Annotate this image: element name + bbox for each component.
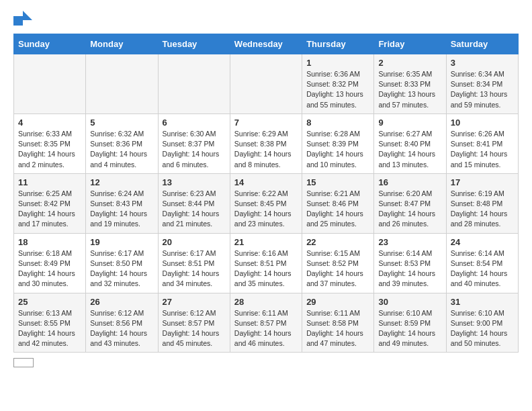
header-row: SundayMondayTuesdayWednesdayThursdayFrid…	[14, 34, 519, 54]
day-cell	[86, 54, 158, 114]
day-info: Sunrise: 6:18 AM Sunset: 8:49 PM Dayligh…	[18, 248, 81, 289]
day-cell: 30Sunrise: 6:10 AM Sunset: 8:59 PM Dayli…	[374, 293, 446, 353]
day-info: Sunrise: 6:15 AM Sunset: 8:52 PM Dayligh…	[306, 248, 369, 289]
day-number: 2	[378, 58, 441, 68]
day-number: 24	[451, 237, 514, 247]
day-cell: 5Sunrise: 6:32 AM Sunset: 8:36 PM Daylig…	[86, 113, 158, 173]
day-info: Sunrise: 6:20 AM Sunset: 8:47 PM Dayligh…	[378, 189, 441, 230]
day-info: Sunrise: 6:25 AM Sunset: 8:42 PM Dayligh…	[18, 189, 81, 230]
day-cell	[158, 54, 230, 114]
col-header-tuesday: Tuesday	[158, 34, 230, 54]
day-info: Sunrise: 6:10 AM Sunset: 8:59 PM Dayligh…	[378, 308, 441, 349]
day-number: 14	[234, 177, 298, 187]
day-cell: 1Sunrise: 6:36 AM Sunset: 8:32 PM Daylig…	[302, 54, 374, 114]
day-cell: 2Sunrise: 6:35 AM Sunset: 8:33 PM Daylig…	[374, 54, 446, 114]
footer	[13, 358, 519, 367]
week-row-5: 25Sunrise: 6:13 AM Sunset: 8:55 PM Dayli…	[14, 293, 519, 353]
day-info: Sunrise: 6:11 AM Sunset: 8:57 PM Dayligh…	[234, 308, 298, 349]
day-cell: 20Sunrise: 6:17 AM Sunset: 8:51 PM Dayli…	[158, 233, 230, 293]
day-number: 15	[306, 177, 369, 187]
day-info: Sunrise: 6:14 AM Sunset: 8:54 PM Dayligh…	[451, 248, 514, 289]
day-cell: 28Sunrise: 6:11 AM Sunset: 8:57 PM Dayli…	[230, 293, 302, 353]
day-number: 11	[18, 177, 81, 187]
day-cell	[230, 54, 302, 114]
day-info: Sunrise: 6:28 AM Sunset: 8:39 PM Dayligh…	[306, 129, 369, 170]
week-row-4: 18Sunrise: 6:18 AM Sunset: 8:49 PM Dayli…	[14, 233, 519, 293]
day-cell: 3Sunrise: 6:34 AM Sunset: 8:34 PM Daylig…	[446, 54, 518, 114]
week-row-1: 1Sunrise: 6:36 AM Sunset: 8:32 PM Daylig…	[14, 54, 519, 114]
day-number: 20	[163, 237, 226, 247]
day-cell: 24Sunrise: 6:14 AM Sunset: 8:54 PM Dayli…	[446, 233, 518, 293]
day-cell	[14, 54, 86, 114]
day-cell: 10Sunrise: 6:26 AM Sunset: 8:41 PM Dayli…	[446, 113, 518, 173]
day-info: Sunrise: 6:30 AM Sunset: 8:37 PM Dayligh…	[163, 129, 226, 170]
col-header-wednesday: Wednesday	[230, 34, 302, 54]
day-info: Sunrise: 6:11 AM Sunset: 8:58 PM Dayligh…	[306, 308, 369, 349]
day-number: 12	[90, 177, 153, 187]
day-cell: 15Sunrise: 6:21 AM Sunset: 8:46 PM Dayli…	[302, 173, 374, 233]
day-number: 31	[451, 297, 514, 307]
svg-rect-0	[13, 16, 23, 26]
day-cell: 8Sunrise: 6:28 AM Sunset: 8:39 PM Daylig…	[302, 113, 374, 173]
day-cell: 31Sunrise: 6:10 AM Sunset: 9:00 PM Dayli…	[446, 293, 518, 353]
day-number: 26	[90, 297, 153, 307]
day-cell: 4Sunrise: 6:33 AM Sunset: 8:35 PM Daylig…	[14, 113, 86, 173]
day-info: Sunrise: 6:26 AM Sunset: 8:41 PM Dayligh…	[451, 129, 514, 170]
day-number: 16	[378, 177, 441, 187]
day-info: Sunrise: 6:10 AM Sunset: 9:00 PM Dayligh…	[451, 308, 514, 349]
day-number: 7	[234, 118, 298, 128]
day-number: 9	[378, 118, 441, 128]
day-cell: 23Sunrise: 6:14 AM Sunset: 8:53 PM Dayli…	[374, 233, 446, 293]
day-number: 4	[18, 118, 81, 128]
svg-marker-1	[23, 11, 32, 20]
day-cell: 12Sunrise: 6:24 AM Sunset: 8:43 PM Dayli…	[86, 173, 158, 233]
day-number: 18	[18, 237, 81, 247]
day-info: Sunrise: 6:29 AM Sunset: 8:38 PM Dayligh…	[234, 129, 298, 170]
calendar-table: SundayMondayTuesdayWednesdayThursdayFrid…	[13, 34, 519, 353]
day-number: 23	[378, 237, 441, 247]
day-info: Sunrise: 6:21 AM Sunset: 8:46 PM Dayligh…	[306, 189, 369, 230]
day-cell: 21Sunrise: 6:16 AM Sunset: 8:51 PM Dayli…	[230, 233, 302, 293]
day-number: 27	[163, 297, 226, 307]
day-cell: 25Sunrise: 6:13 AM Sunset: 8:55 PM Dayli…	[14, 293, 86, 353]
day-number: 3	[451, 58, 514, 68]
day-info: Sunrise: 6:17 AM Sunset: 8:50 PM Dayligh…	[90, 248, 153, 289]
day-number: 8	[306, 118, 369, 128]
day-cell: 14Sunrise: 6:22 AM Sunset: 8:45 PM Dayli…	[230, 173, 302, 233]
day-info: Sunrise: 6:16 AM Sunset: 8:51 PM Dayligh…	[234, 248, 298, 289]
day-cell: 9Sunrise: 6:27 AM Sunset: 8:40 PM Daylig…	[374, 113, 446, 173]
day-info: Sunrise: 6:27 AM Sunset: 8:40 PM Dayligh…	[378, 129, 441, 170]
day-number: 21	[234, 237, 298, 247]
day-info: Sunrise: 6:24 AM Sunset: 8:43 PM Dayligh…	[90, 189, 153, 230]
day-cell: 7Sunrise: 6:29 AM Sunset: 8:38 PM Daylig…	[230, 113, 302, 173]
day-number: 30	[378, 297, 441, 307]
day-number: 13	[163, 177, 226, 187]
day-info: Sunrise: 6:23 AM Sunset: 8:44 PM Dayligh…	[163, 189, 226, 230]
col-header-saturday: Saturday	[446, 34, 518, 54]
day-cell: 29Sunrise: 6:11 AM Sunset: 8:58 PM Dayli…	[302, 293, 374, 353]
day-info: Sunrise: 6:36 AM Sunset: 8:32 PM Dayligh…	[306, 69, 369, 110]
day-info: Sunrise: 6:33 AM Sunset: 8:35 PM Dayligh…	[18, 129, 81, 170]
day-number: 10	[451, 118, 514, 128]
page-header	[13, 11, 519, 26]
day-number: 17	[451, 177, 514, 187]
day-number: 28	[234, 297, 298, 307]
day-cell: 16Sunrise: 6:20 AM Sunset: 8:47 PM Dayli…	[374, 173, 446, 233]
day-cell: 6Sunrise: 6:30 AM Sunset: 8:37 PM Daylig…	[158, 113, 230, 173]
day-cell: 27Sunrise: 6:12 AM Sunset: 8:57 PM Dayli…	[158, 293, 230, 353]
logo-icon	[13, 11, 32, 26]
day-info: Sunrise: 6:32 AM Sunset: 8:36 PM Dayligh…	[90, 129, 153, 170]
day-info: Sunrise: 6:19 AM Sunset: 8:48 PM Dayligh…	[451, 189, 514, 230]
col-header-sunday: Sunday	[14, 34, 86, 54]
day-number: 25	[18, 297, 81, 307]
day-number: 5	[90, 118, 153, 128]
day-info: Sunrise: 6:34 AM Sunset: 8:34 PM Dayligh…	[451, 69, 514, 110]
day-number: 19	[90, 237, 153, 247]
day-cell: 17Sunrise: 6:19 AM Sunset: 8:48 PM Dayli…	[446, 173, 518, 233]
col-header-friday: Friday	[374, 34, 446, 54]
day-cell: 26Sunrise: 6:12 AM Sunset: 8:56 PM Dayli…	[86, 293, 158, 353]
day-number: 6	[163, 118, 226, 128]
week-row-2: 4Sunrise: 6:33 AM Sunset: 8:35 PM Daylig…	[14, 113, 519, 173]
day-cell: 18Sunrise: 6:18 AM Sunset: 8:49 PM Dayli…	[14, 233, 86, 293]
col-header-monday: Monday	[86, 34, 158, 54]
